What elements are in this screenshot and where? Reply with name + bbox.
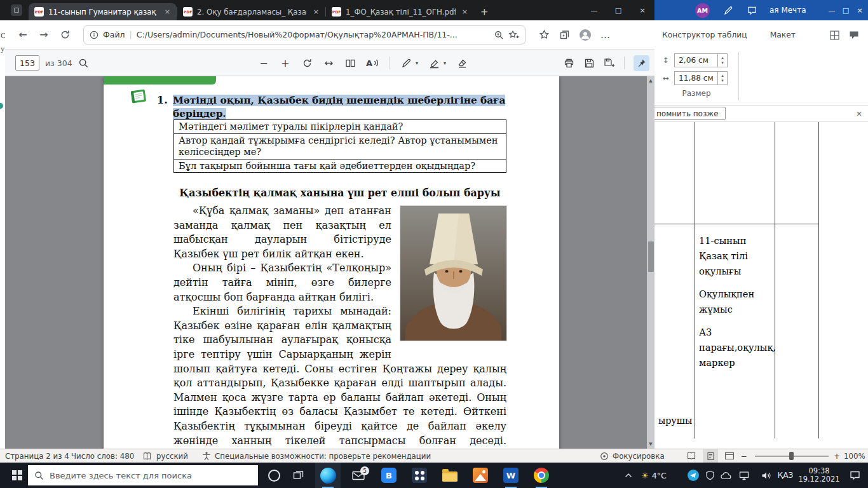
scrollbar-thumb[interactable] [648, 241, 654, 272]
info-icon[interactable] [90, 30, 98, 39]
url-field[interactable]: Файл | C:/Users/admin/Documents/Новый%20… [83, 25, 526, 44]
row-height-input[interactable] [675, 56, 717, 65]
tab-close-icon[interactable]: × [163, 8, 172, 16]
web-layout-icon[interactable] [722, 449, 737, 463]
start-button[interactable] [6, 463, 28, 488]
focus-mode-label[interactable]: Фокусировка [613, 449, 665, 463]
taskbar-search[interactable] [28, 465, 258, 485]
search-icon[interactable] [78, 58, 90, 69]
dots-app-icon[interactable] [407, 463, 432, 488]
zoom-in-button[interactable]: + [834, 449, 840, 463]
page-number-input[interactable] [15, 55, 39, 71]
action-center-icon[interactable] [845, 463, 864, 488]
browser-minimize-button[interactable]: — [582, 0, 606, 20]
refresh-button[interactable] [57, 27, 72, 43]
tab-close-icon[interactable]: × [311, 8, 321, 16]
save-icon[interactable] [583, 58, 595, 69]
settings-more-icon[interactable]: … [600, 29, 610, 41]
print-layout-icon[interactable] [703, 449, 718, 463]
page-info[interactable]: Страница 2 из 4 [5, 449, 69, 463]
accessibility-status[interactable]: Специальные возможности: проверьте реком… [215, 449, 431, 463]
vertical-scrollbar[interactable]: ▲ ▼ [647, 76, 654, 449]
zoom-out-button[interactable]: − [258, 57, 269, 69]
folder-icon[interactable] [437, 463, 463, 488]
word-app-icon[interactable]: W [498, 463, 524, 488]
column-width-icon: ↔ [661, 74, 670, 83]
remind-later-button[interactable]: помнить позже [649, 107, 726, 120]
word-close-button[interactable]: × [853, 6, 867, 15]
column-width-stepper[interactable]: ▴▾ [717, 72, 727, 85]
telegram-tray-icon[interactable] [686, 463, 700, 488]
zoom-level[interactable]: 100% [844, 449, 865, 463]
photos-app-icon[interactable] [468, 463, 493, 488]
ribbon-tab-table-design[interactable]: Конструктор таблиц [662, 30, 747, 39]
pin-toolbar-icon[interactable] [634, 55, 649, 71]
draw-pen-icon[interactable] [724, 6, 733, 15]
search-input[interactable] [50, 471, 252, 480]
focus-icon[interactable] [600, 449, 609, 463]
zoom-out-button[interactable]: − [741, 449, 747, 463]
word-minimize-button[interactable]: — [825, 6, 839, 15]
chrome-app-icon[interactable] [529, 463, 554, 488]
row-height-stepper[interactable]: ▴▾ [717, 54, 727, 67]
browser-close-button[interactable]: × [630, 0, 654, 20]
tab-close-icon[interactable]: × [460, 8, 470, 16]
notification-close-icon[interactable]: × [856, 109, 862, 118]
question-table: Мәтіндегі мәлімет туралы пікірлерің қанд… [173, 119, 506, 173]
collections-icon[interactable] [559, 29, 570, 40]
word-restore-button[interactable]: □ [839, 6, 853, 15]
mail-app-icon[interactable]: 5 [346, 463, 371, 488]
display-tray-icon[interactable] [737, 463, 751, 488]
scroll-down-icon[interactable]: ▼ [647, 442, 654, 447]
clock-widget[interactable]: 09:38 19.12.2021 [797, 463, 841, 488]
task-view-icon[interactable] [287, 463, 309, 488]
column-width-input[interactable] [675, 74, 717, 83]
rotate-icon[interactable] [301, 58, 313, 69]
save-as-icon[interactable] [604, 58, 615, 69]
draw-dropdown-icon[interactable]: ▾ [416, 60, 418, 66]
defender-shield-icon[interactable] [703, 463, 717, 488]
word-count[interactable]: Число слов: 480 [71, 449, 134, 463]
edge-app-icon[interactable] [315, 463, 341, 488]
back-button[interactable]: ← [15, 27, 31, 43]
forward-button[interactable]: → [36, 27, 51, 43]
keyboard-language-indicator[interactable]: ҚАЗ [774, 463, 797, 488]
read-mode-icon[interactable] [684, 449, 699, 463]
proofing-book-icon[interactable] [142, 449, 152, 463]
print-icon[interactable] [563, 58, 574, 69]
zoom-in-button[interactable]: + [280, 57, 291, 69]
volume-icon[interactable] [759, 463, 774, 488]
browser-tab[interactable]: PDF 2. Оқу бағдарламасы_ Қазақ тіл × [177, 3, 325, 20]
new-tab-button[interactable]: + [480, 6, 489, 18]
eraser-icon[interactable] [456, 58, 468, 69]
fit-width-icon[interactable] [323, 58, 334, 69]
weather-widget[interactable]: ☀ 4°C [635, 463, 672, 488]
tray-expand-icon[interactable] [621, 463, 635, 488]
vk-app-icon[interactable]: B [376, 463, 402, 488]
scroll-up-icon[interactable]: ▲ [647, 78, 654, 83]
comments-icon[interactable] [747, 6, 757, 15]
ribbon-tab-layout[interactable]: Макет [770, 30, 796, 39]
cortana-icon[interactable] [263, 463, 285, 488]
tab-actions-menu-icon[interactable] [11, 4, 22, 16]
onedrive-cloud-icon[interactable] [719, 463, 733, 488]
browser-tab-active[interactable]: PDF 11-сынып Гуманитар қазақ тілі × [29, 3, 177, 20]
language-indicator[interactable]: русский [156, 449, 188, 463]
zoom-slider-thumb[interactable] [789, 452, 794, 460]
browser-tab[interactable]: PDF 1_ФО_Қазақ тілі_11_ОГН.pdf × [326, 3, 474, 20]
chat-bubble-icon[interactable] [849, 30, 859, 40]
add-favorite-icon[interactable] [508, 30, 519, 40]
highlighter-icon[interactable] [428, 58, 440, 69]
url-text: C:/Users/admin/Documents/Новый%20формат/… [137, 30, 489, 39]
table-borders-icon[interactable] [829, 30, 840, 41]
accessibility-icon[interactable] [202, 449, 211, 463]
read-aloud-icon[interactable]: A [366, 58, 379, 68]
favorites-icon[interactable] [539, 29, 550, 40]
profile-avatar-icon[interactable] [580, 29, 591, 41]
browser-maximize-button[interactable]: □ [606, 0, 630, 20]
page-view-icon[interactable] [344, 58, 356, 69]
zoom-indicator-icon[interactable] [494, 30, 504, 40]
word-user-avatar[interactable]: AM [695, 3, 710, 18]
draw-pen-icon[interactable] [400, 58, 412, 69]
highlighter-dropdown-icon[interactable]: ▾ [444, 60, 446, 66]
